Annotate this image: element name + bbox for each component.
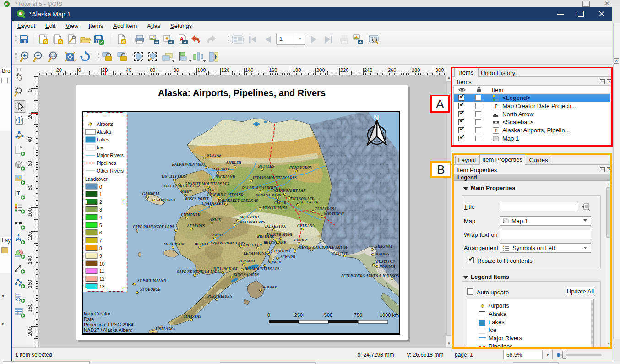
- svg-text:WAINWRIGHT AAF: WAINWRIGHT AAF: [273, 189, 306, 193]
- svg-text:SAVOONGA: SAVOONGA: [156, 198, 176, 202]
- svg-text:NORTHWAY: NORTHWAY: [323, 212, 344, 216]
- svg-text:CAPE ROMANZOF LRRS: CAPE ROMANZOF LRRS: [133, 225, 174, 229]
- svg-text:750: 750: [354, 312, 362, 318]
- svg-text:7: 7: [99, 238, 102, 243]
- svg-text:CAPE NEWENHAM LRRS: CAPE NEWENHAM LRRS: [177, 270, 219, 274]
- svg-text:HOONAH: HOONAH: [379, 265, 396, 269]
- svg-text:FORT YUKON: FORT YUKON: [289, 166, 313, 170]
- svg-text:N: N: [374, 114, 379, 121]
- svg-text:(1:1): (1:1): [50, 54, 56, 58]
- svg-text:Pipelines: Pipelines: [97, 160, 116, 166]
- svg-text:EMMONAK: EMMONAK: [180, 213, 200, 217]
- svg-text:3: 3: [99, 207, 102, 212]
- svg-text:MEKORYUK: MEKORYUK: [163, 242, 185, 246]
- svg-text:Alaska: Alaska: [97, 129, 111, 135]
- svg-text:KALAKAKET CREEK AS: KALAKAKET CREEK AS: [218, 199, 258, 203]
- svg-text:2: 2: [99, 199, 102, 205]
- svg-text:SOLDOTNA: SOLDOTNA: [271, 249, 290, 253]
- svg-text:MC GRATH: MC GRATH: [239, 215, 259, 219]
- svg-text:KING SALMON: KING SALMON: [233, 273, 260, 277]
- svg-text:Lakes: Lakes: [97, 137, 109, 142]
- svg-text:Projection: EPSG 2964,: Projection: EPSG 2964,: [84, 322, 135, 327]
- svg-text:HOMER: HOMER: [267, 260, 281, 264]
- svg-text:NOATAK: NOATAK: [207, 153, 222, 158]
- svg-text:Date: Date: [84, 316, 94, 322]
- svg-text:ANIAK: ANIAK: [212, 233, 224, 237]
- svg-text:12: 12: [99, 276, 105, 282]
- svg-text:SEWARD: SEWARD: [280, 255, 295, 259]
- svg-text:6: 6: [99, 230, 102, 235]
- svg-text:500: 500: [324, 312, 332, 318]
- svg-text:5: 5: [99, 223, 102, 228]
- svg-text:BUCKLAND: BUCKLAND: [215, 175, 235, 179]
- svg-text:NENANA MUNI: NENANA MUNI: [255, 193, 282, 197]
- svg-text:SKAGWAY: SKAGWAY: [375, 244, 393, 249]
- svg-text:GAMBELL: GAMBELL: [142, 192, 160, 196]
- svg-text:Ice: Ice: [97, 145, 103, 150]
- svg-text:KOYUK: KOYUK: [201, 188, 215, 192]
- svg-text:1000 km: 1000 km: [380, 312, 399, 318]
- svg-text:EDWARD G PITKA SR: EDWARD G PITKA SR: [207, 193, 244, 197]
- svg-text:9: 9: [99, 253, 102, 259]
- svg-text:BETHEL: BETHEL: [194, 242, 209, 246]
- svg-text:0: 0: [99, 184, 102, 190]
- svg-text:ANVIK: ANVIK: [209, 218, 222, 222]
- svg-text:TALKEETNA: TALKEETNA: [265, 224, 286, 228]
- svg-text:ST MARYS: ST MARYS: [187, 224, 205, 228]
- svg-text:AMBLER: AMBLER: [225, 161, 241, 165]
- svg-text:KENAI MUNI: KENAI MUNI: [243, 251, 266, 255]
- svg-text:NOME: NOME: [180, 190, 192, 194]
- svg-text:INDIAN MOUNTAIN LRRS: INDIAN MOUNTAIN LRRS: [252, 176, 297, 180]
- svg-text:CLEAR: CLEAR: [274, 201, 287, 205]
- svg-text:PORT HEIDEN: PORT HEIDEN: [207, 294, 233, 299]
- svg-text:BRYANT AHP: BRYANT AHP: [263, 240, 286, 244]
- svg-text:Major Rivers: Major Rivers: [97, 152, 124, 158]
- svg-text:250: 250: [294, 312, 303, 318]
- svg-text:ILIAMNA: ILIAMNA: [239, 259, 256, 263]
- svg-text:RALPH WIEN MEM: RALPH WIEN MEM: [172, 163, 205, 167]
- svg-text:Map Creator: Map Creator: [84, 311, 111, 316]
- svg-text:TATALINA LRRS: TATALINA LRRS: [238, 220, 265, 224]
- svg-text:Airports: Airports: [97, 121, 113, 127]
- svg-text:GRANITE MOUNTAIN AFS: GRANITE MOUNTAIN AFS: [185, 182, 229, 186]
- svg-text:ST PAUL ISLAND: ST PAUL ISLAND: [137, 279, 166, 283]
- svg-text:BETTLES: BETTLES: [257, 164, 274, 168]
- svg-text:SELAWIK: SELAWIK: [214, 167, 230, 171]
- svg-text:COLD BAY: COLD BAY: [184, 315, 202, 319]
- svg-text:N: N: [17, 235, 20, 239]
- svg-text:UNALASKA: UNALASKA: [156, 327, 175, 331]
- svg-text:BIG MOUNTAIN AFS: BIG MOUNTAIN AFS: [244, 267, 280, 271]
- svg-text:YAKUTAT: YAKUTAT: [332, 252, 348, 256]
- svg-text:PALMER MUNI: PALMER MUNI: [266, 233, 293, 237]
- svg-text:TANACROSS: TANACROSS: [315, 207, 337, 211]
- svg-text:MOSES POINT: MOSES POINT: [184, 197, 209, 201]
- svg-text:10: 10: [99, 261, 105, 266]
- svg-text:KODIAK: KODIAK: [262, 285, 277, 289]
- svg-text:ALLEN AAF: ALLEN AAF: [299, 200, 320, 204]
- svg-text:MERLE K MUDHOLE SMITH: MERLE K MUDHOLE SMITH: [298, 245, 348, 250]
- svg-text:GULKANA: GULKANA: [297, 224, 315, 228]
- svg-text:4: 4: [99, 215, 102, 220]
- svg-text:NAD27 / Alaska Albers: NAD27 / Alaska Albers: [84, 327, 132, 333]
- svg-text:HAINES: HAINES: [375, 252, 390, 256]
- svg-text:TIN CITY LRRS: TIN CITY LRRS: [161, 174, 187, 179]
- svg-text:Landcover: Landcover: [85, 176, 108, 182]
- svg-text:MINCHUMINA: MINCHUMINA: [262, 206, 288, 210]
- svg-text:MERRILL FLD: MERRILL FLD: [237, 243, 262, 247]
- svg-text:VALDEZ: VALDEZ: [294, 238, 308, 242]
- svg-text:GUSTAVUS: GUSTAVUS: [376, 260, 395, 264]
- svg-text:0: 0: [267, 312, 270, 318]
- svg-text:RALPH M CALHOUN: RALPH M CALHOUN: [242, 186, 278, 190]
- svg-text:8: 8: [99, 245, 102, 251]
- svg-text:PETERSBURG JAMES A JOHNSON: PETERSBURG JAMES A JOHNSON: [341, 274, 400, 278]
- svg-text:1: 1: [99, 191, 102, 197]
- svg-text:Other Rivers: Other Rivers: [97, 168, 124, 174]
- svg-text:11: 11: [99, 268, 104, 274]
- svg-text:ST GEORGE: ST GEORGE: [140, 288, 161, 292]
- svg-text:T: T: [17, 190, 20, 196]
